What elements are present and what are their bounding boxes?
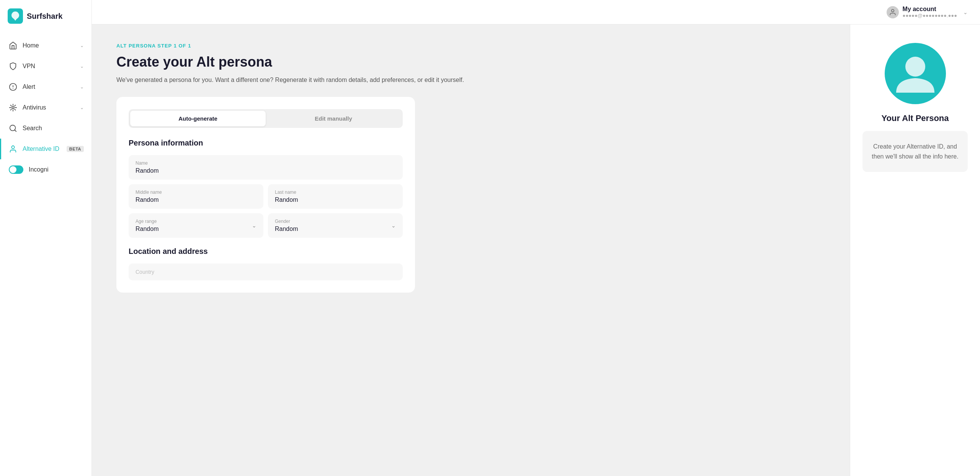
name-value: Random xyxy=(136,167,396,174)
last-name-field[interactable]: Last name Random xyxy=(268,184,403,209)
persona-section-title: Persona information xyxy=(129,139,403,147)
age-range-field[interactable]: Age range Random ⌄ xyxy=(129,213,263,238)
age-range-value: Random xyxy=(136,226,158,232)
sidebar-item-antivirus[interactable]: Antivirus ⌄ xyxy=(0,97,91,118)
alt-persona-info-text: Create your Alternative ID, and then we'… xyxy=(872,142,959,161)
step-label: ALT PERSONA STEP 1 OF 1 xyxy=(116,43,825,49)
demographics-row: Age range Random ⌄ Gender Random ⌄ xyxy=(129,213,403,238)
topbar: My account ●●●●●@●●●●●●●●.●●● ⌄ xyxy=(92,0,980,25)
sidebar-item-search-label: Search xyxy=(23,125,84,132)
svg-point-4 xyxy=(12,106,14,109)
logo[interactable]: Surfshark xyxy=(0,0,91,32)
search-icon xyxy=(9,124,17,132)
account-label: My account xyxy=(903,6,957,13)
name-field[interactable]: Name Random xyxy=(129,155,403,180)
gender-content: Gender Random xyxy=(275,219,298,232)
country-field[interactable]: Country xyxy=(129,263,403,280)
last-name-label: Last name xyxy=(275,190,396,195)
alert-icon xyxy=(9,83,17,91)
sidebar-navigation: Home ⌄ VPN ⌄ Alert ⌄ xyxy=(0,32,91,183)
age-range-content: Age range Random xyxy=(136,219,158,232)
surfshark-logo-icon xyxy=(8,8,23,24)
last-name-value: Random xyxy=(275,196,396,203)
account-menu[interactable]: My account ●●●●●@●●●●●●●●.●●● ⌄ xyxy=(887,6,968,18)
name-row: Middle name Random Last name Random xyxy=(129,184,403,209)
alt-persona-title: Your Alt Persona xyxy=(881,113,949,123)
gender-label: Gender xyxy=(275,219,298,224)
person-icon xyxy=(9,145,17,153)
gender-value: Random xyxy=(275,226,298,232)
chevron-down-icon: ⌄ xyxy=(80,64,84,69)
chevron-down-icon: ⌄ xyxy=(80,84,84,90)
page-title: Create your Alt persona xyxy=(116,54,825,70)
location-section-title: Location and address xyxy=(129,247,403,256)
account-chevron-icon: ⌄ xyxy=(963,9,968,15)
account-info: My account ●●●●●@●●●●●●●●.●●● xyxy=(903,6,957,18)
svg-point-9 xyxy=(905,57,925,77)
sidebar-item-incogni[interactable]: Incogni xyxy=(0,159,91,180)
sidebar-item-alert-label: Alert xyxy=(23,83,75,90)
shield-icon xyxy=(9,62,17,70)
sidebar-item-alternative-id[interactable]: Alternative ID BETA xyxy=(0,139,91,159)
gender-chevron-icon: ⌄ xyxy=(391,222,396,229)
sidebar-item-home[interactable]: Home ⌄ xyxy=(0,35,91,56)
avatar-silhouette-icon xyxy=(892,51,938,97)
sidebar-item-alert[interactable]: Alert ⌄ xyxy=(0,77,91,97)
chevron-down-icon: ⌄ xyxy=(80,105,84,110)
age-range-label: Age range xyxy=(136,219,158,224)
sidebar: Surfshark Home ⌄ VPN ⌄ xyxy=(0,0,92,476)
alt-persona-info-box: Create your Alternative ID, and then we'… xyxy=(862,131,968,172)
age-range-chevron-icon: ⌄ xyxy=(252,222,256,229)
middle-name-label: Middle name xyxy=(136,190,256,195)
svg-line-6 xyxy=(15,130,16,131)
tab-row: Auto-generate Edit manually xyxy=(129,109,403,128)
persona-card: Auto-generate Edit manually Persona info… xyxy=(116,97,415,293)
middle-name-value: Random xyxy=(136,196,256,203)
tab-edit-manually[interactable]: Edit manually xyxy=(266,111,401,126)
sidebar-item-vpn[interactable]: VPN ⌄ xyxy=(0,56,91,77)
sidebar-item-search[interactable]: Search xyxy=(0,118,91,139)
main-wrapper: My account ●●●●●@●●●●●●●●.●●● ⌄ ALT PERS… xyxy=(92,0,980,476)
page-description: We've generated a persona for you. Want … xyxy=(116,75,825,85)
account-email: ●●●●●@●●●●●●●●.●●● xyxy=(903,13,957,18)
name-label: Name xyxy=(136,160,396,166)
center-panel: ALT PERSONA STEP 1 OF 1 Create your Alt … xyxy=(92,25,850,476)
location-section: Location and address Country xyxy=(129,247,403,280)
antivirus-icon xyxy=(9,103,17,112)
logo-text: Surfshark xyxy=(27,12,62,21)
gender-field[interactable]: Gender Random ⌄ xyxy=(268,213,403,238)
sidebar-item-incogni-label: Incogni xyxy=(29,166,84,173)
svg-point-8 xyxy=(891,9,894,12)
middle-name-field[interactable]: Middle name Random xyxy=(129,184,263,209)
sidebar-item-vpn-label: VPN xyxy=(23,63,75,70)
right-panel: Your Alt Persona Create your Alternative… xyxy=(850,25,980,476)
beta-badge: BETA xyxy=(67,146,84,152)
sidebar-item-antivirus-label: Antivirus xyxy=(23,104,75,111)
avatar-container xyxy=(885,43,946,104)
chevron-down-icon: ⌄ xyxy=(80,43,84,48)
home-icon xyxy=(9,41,17,50)
main-content: ALT PERSONA STEP 1 OF 1 Create your Alt … xyxy=(92,25,980,476)
account-avatar-icon xyxy=(887,6,899,18)
sidebar-item-alternative-id-label: Alternative ID xyxy=(23,146,61,152)
incogni-toggle[interactable] xyxy=(9,165,23,174)
svg-point-7 xyxy=(11,146,14,149)
tab-auto-generate[interactable]: Auto-generate xyxy=(130,111,266,126)
sidebar-item-home-label: Home xyxy=(23,42,75,49)
